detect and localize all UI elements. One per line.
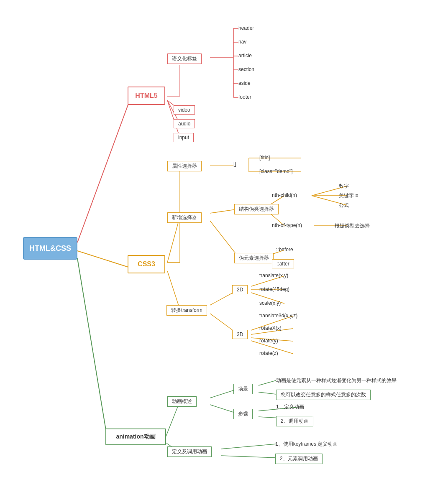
css3-label: CSS3 (138, 260, 155, 268)
scalexy-leaf: scale(x,y) (259, 300, 281, 306)
svg-line-2 (77, 258, 107, 435)
translate3d-leaf: translate3d(x,y,z) (259, 313, 297, 319)
svg-line-26 (210, 221, 238, 257)
donghua-desc1: 动画是使元素从一种样式逐渐变化为另一种样式的效果 (276, 377, 397, 384)
animation-label: animation动画 (116, 433, 155, 441)
after-leaf: ::after (272, 259, 294, 268)
dingyi-jidiao-label: 定义及调用动画 (167, 446, 212, 457)
header-leaf: header (238, 25, 254, 31)
nav-leaf: nav (238, 39, 246, 45)
yuyihua-label: 语义化标签 (167, 54, 202, 64)
step2-leaf: 2、调用动画 (276, 416, 313, 426)
audio-label: audio (174, 119, 195, 128)
svg-line-47 (221, 444, 276, 449)
root-label: HTML&CSS (29, 244, 71, 253)
svg-line-1 (77, 251, 130, 268)
changjing-label: 场景 (233, 384, 253, 394)
input-label: input (174, 133, 194, 142)
gongshi-leaf: 公式 (339, 202, 349, 209)
step1-leaf: 1、定义动画 (276, 403, 304, 411)
rotate45-leaf: rotate(45deg) (259, 286, 289, 292)
footer-leaf: footer (238, 94, 251, 100)
translatexy-leaf: translate(x,y) (259, 273, 288, 278)
rotatex-leaf: rotateX(x) (259, 325, 282, 331)
svg-line-43 (259, 380, 276, 385)
class-attr-leaf: [class="demo"] (259, 168, 293, 174)
rotatey-leaf: rotate(y) (259, 338, 278, 344)
animation-node: animation动画 (105, 428, 166, 445)
title-attr-leaf: [title] (259, 155, 270, 161)
article-leaf: article (238, 53, 252, 59)
html5-label: HTML5 (135, 92, 157, 99)
css3-node: CSS3 (128, 255, 165, 273)
svg-line-18 (167, 217, 180, 263)
aside-leaf: aside (238, 80, 251, 86)
section-leaf: section (238, 66, 254, 72)
before-leaf: ::before (276, 247, 293, 252)
bracket-label: [] (233, 161, 236, 167)
shuzi-leaf: 数字 (339, 183, 349, 190)
html5-node: HTML5 (128, 87, 165, 105)
donghua-gaishu-label: 动画概述 (167, 396, 197, 407)
jiegou-selector-label: 结构伪类选择器 (234, 204, 279, 214)
wiyuan-selector-label: 伪元素选择器 (234, 253, 274, 263)
zhuanhuan-label: 转换transform (166, 305, 207, 316)
nth-of-type-leaf: nth-of-type(n) (272, 222, 302, 228)
threed-label: 3D (232, 330, 248, 339)
def2-leaf: 2、元素调用动画 (275, 454, 323, 464)
xinzeng-selector-label: 新增选择器 (167, 212, 202, 223)
svg-line-29 (167, 271, 180, 309)
shuxing-selector-label: 属性选择器 (167, 161, 202, 171)
twod-label: 2D (232, 285, 248, 294)
svg-line-48 (221, 456, 276, 458)
svg-line-0 (77, 100, 130, 242)
rotatez-leaf: rotate(z) (259, 350, 278, 356)
svg-line-39 (165, 401, 180, 438)
video-label: video (174, 105, 195, 115)
donghua-desc2: 您可以改变任意多的样式任意多的次数 (276, 390, 371, 400)
svg-line-44 (259, 392, 276, 394)
guanjianzi-leaf: 关键字 ≡ (339, 192, 358, 199)
buzhou-label: 步骤 (233, 409, 253, 419)
def1-leaf: 1、使用keyframes 定义动画 (275, 441, 338, 448)
genjuleixing-leaf: 根据类型去选择 (335, 222, 370, 230)
root-node: HTML&CSS (23, 237, 77, 260)
nth-child-leaf: nth-child(n) (272, 192, 297, 198)
